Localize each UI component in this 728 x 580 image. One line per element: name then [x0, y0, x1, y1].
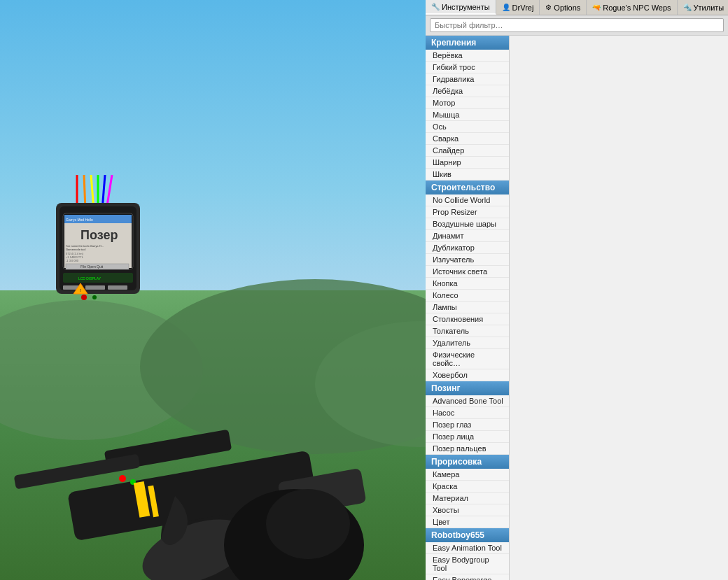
wrench-icon: 🔧 [431, 3, 440, 10]
list-item[interactable]: Удалитель [426, 337, 509, 349]
tool-list: Крепления Верёвка Гибкий трос Гидравлика… [426, 36, 510, 580]
list-item[interactable]: Easy Animation Tool [426, 542, 509, 554]
list-item[interactable]: Мышца [426, 109, 509, 121]
list-item[interactable]: Шарнир [426, 157, 509, 169]
list-item[interactable]: Хвосты [426, 504, 509, 516]
person-icon: 👤 [502, 3, 510, 11]
list-item[interactable]: Prop Resizer [426, 206, 509, 218]
list-item[interactable]: Источник света [426, 266, 509, 278]
list-item[interactable]: Кнопка [426, 278, 509, 290]
category-kreplenia[interactable]: Крепления [426, 36, 509, 50]
weapon-hand [0, 203, 426, 580]
wrench2-icon: 🔩 [683, 3, 692, 11]
list-item[interactable]: Верёвка [426, 50, 509, 62]
list-item[interactable]: Материал [426, 493, 509, 504]
list-item[interactable]: Сварка [426, 133, 509, 145]
category-stroitelstvo-label: Строительство [431, 183, 495, 192]
tab-rogues-npc[interactable]: 🔫 Rogue's NPC Weps [587, 0, 677, 15]
tab-options[interactable]: ⚙ Options [540, 0, 587, 15]
list-item[interactable]: Излучатель [426, 254, 509, 266]
right-panel: 🔧 Инструменты 👤 DrVrej ⚙ Options 🔫 Rogue… [426, 0, 728, 580]
category-robotboy655[interactable]: Robotboy655 [426, 528, 509, 542]
tab-utilities[interactable]: 🔩 Утилиты [678, 0, 728, 15]
tab-utilities-label: Утилиты [694, 3, 724, 12]
list-item[interactable]: Цвет [426, 516, 509, 528]
gear-icon: ⚙ [545, 3, 552, 11]
list-item[interactable]: Воздушные шары [426, 218, 509, 230]
category-kreplenia-label: Крепления [431, 38, 476, 48]
list-item[interactable]: Толкатель [426, 325, 509, 337]
tab-instruments[interactable]: 🔧 Инструменты [426, 0, 496, 15]
list-item[interactable]: Лебёдка [426, 85, 509, 97]
list-item[interactable]: Мотор [426, 97, 509, 109]
tab-bar: 🔧 Инструменты 👤 DrVrej ⚙ Options 🔫 Rogue… [426, 0, 728, 15]
list-item[interactable]: Дубликатор [426, 242, 509, 254]
list-item[interactable]: Easy Bonemerge Tool [426, 574, 509, 580]
list-item[interactable]: Позер лица [426, 431, 509, 443]
tab-options-label: Options [554, 3, 580, 12]
list-item[interactable]: Столкновения [426, 313, 509, 325]
list-item[interactable]: Физические свойс… [426, 349, 509, 369]
category-robotboy655-label: Robotboy655 [431, 530, 484, 540]
list-item[interactable]: Гибкий трос [426, 62, 509, 73]
list-item[interactable]: Шкив [426, 169, 509, 181]
svg-point-41 [266, 489, 350, 559]
list-item[interactable]: Позер пальцев [426, 443, 509, 455]
category-prorisovka-label: Прорисовка [431, 457, 482, 467]
list-item[interactable]: Динамит [426, 230, 509, 242]
list-item[interactable]: Слайдер [426, 145, 509, 157]
list-item[interactable]: Колесо [426, 290, 509, 302]
category-prorisovka[interactable]: Прорисовка [426, 455, 509, 469]
list-item[interactable]: Насос [426, 407, 509, 419]
tab-drvrej[interactable]: 👤 DrVrej [496, 0, 540, 15]
list-item[interactable]: Ховербол [426, 369, 509, 381]
list-item[interactable]: Камера [426, 469, 509, 481]
tab-instruments-label: Инструменты [442, 3, 490, 11]
list-item[interactable]: Easy Bodygroup Tool [426, 554, 509, 574]
list-item[interactable]: Ось [426, 121, 509, 133]
svg-point-36 [119, 475, 126, 482]
list-item[interactable]: Advanced Bone Tool [426, 395, 509, 407]
category-stroitelstvo[interactable]: Строительство [426, 181, 509, 194]
category-pozing-label: Позинг [431, 383, 460, 393]
gun-icon: 🔫 [592, 3, 601, 11]
list-item[interactable]: Лампы [426, 302, 509, 313]
category-pozing[interactable]: Позинг [426, 381, 509, 395]
list-item[interactable]: No Collide World [426, 194, 509, 206]
detail-panel [510, 36, 728, 580]
list-item[interactable]: Краска [426, 481, 509, 493]
game-viewport: Garrys Mod Hello Позер I've name the too… [0, 0, 426, 580]
filter-bar [426, 15, 728, 36]
list-item[interactable]: Позер глаз [426, 419, 509, 431]
tab-drvrej-label: DrVrej [512, 3, 534, 12]
tab-rogues-npc-label: Rogue's NPC Weps [603, 3, 671, 12]
list-item[interactable]: Гидравлика [426, 73, 509, 85]
filter-input[interactable] [430, 18, 724, 32]
